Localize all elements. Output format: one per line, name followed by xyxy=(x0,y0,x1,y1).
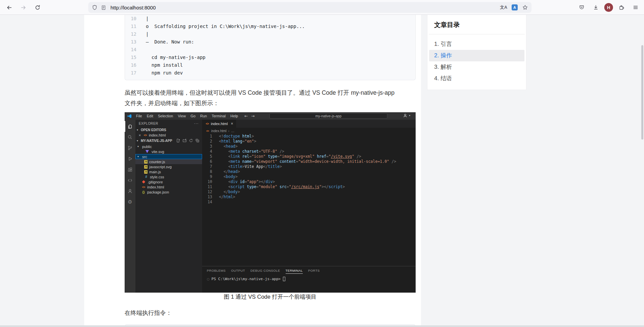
run-debug-icon[interactable] xyxy=(125,153,135,164)
forward-icon xyxy=(21,5,26,10)
account-icon[interactable] xyxy=(125,186,135,197)
terminal-output-line: 10| xyxy=(125,15,415,23)
file-index.html[interactable]: <>index.html xyxy=(135,184,202,189)
panel-tab-debug-console[interactable]: DEBUG CONSOLE xyxy=(250,269,280,274)
menu-item-terminal[interactable]: Terminal xyxy=(210,114,228,118)
vertical-scrollbar[interactable] xyxy=(641,15,644,327)
line-number: 13 xyxy=(202,195,212,200)
files-icon[interactable] xyxy=(125,121,135,132)
toc-item-1[interactable]: 1. 引言 xyxy=(429,38,524,50)
open-editors-section-header[interactable]: ▾ OPEN EDITORS xyxy=(135,127,202,132)
line-number: 5 xyxy=(202,154,212,159)
code-text: <!doctype html> xyxy=(212,134,254,139)
back-icon xyxy=(6,5,12,10)
reload-button[interactable] xyxy=(32,2,43,13)
menu-item-edit[interactable]: Edit xyxy=(144,114,156,118)
editor-back-icon[interactable]: ← xyxy=(245,114,248,118)
settings-icon[interactable]: ⚙ xyxy=(125,197,135,207)
menu-item-help[interactable]: Help xyxy=(228,114,240,118)
forward-button[interactable] xyxy=(18,2,29,13)
new-file-icon[interactable] xyxy=(176,139,180,143)
file-vite.svg[interactable]: vite.svg xyxy=(135,149,202,154)
js-file-icon: JS xyxy=(144,170,148,174)
code-line: 4 <meta charset="UTF-8" /> xyxy=(202,149,416,154)
html-file-icon: <> xyxy=(141,185,146,189)
translate-extension-icon[interactable]: A xyxy=(512,4,518,10)
figure-caption: 图 1 通过 VS Code 打开一个前端项目 xyxy=(125,293,416,301)
code-text: <link rel="icon" type="image/svg+xml" hr… xyxy=(212,154,361,159)
menu-item-view[interactable]: View xyxy=(175,114,188,118)
line-number: 2 xyxy=(202,139,212,144)
editor-forward-icon[interactable]: → xyxy=(251,114,255,118)
source-control-icon[interactable] xyxy=(125,143,135,153)
collapse-all-icon[interactable] xyxy=(195,139,199,143)
code-line: 2<html lang="en"> xyxy=(202,139,416,144)
bookmark-star-icon[interactable] xyxy=(522,4,528,10)
panel-tab-ports[interactable]: PORTS xyxy=(308,269,320,274)
code-editor-content[interactable]: 1<!doctype html>2<html lang="en">3 <head… xyxy=(202,134,416,205)
search-icon[interactable] xyxy=(125,132,135,143)
vscode-editor: <> index.html × <> index.html › … 1<!doc… xyxy=(202,120,416,266)
urlbar-action-icons: 文A A xyxy=(500,4,528,10)
code-text: <script type="module" src="/src/main.js"… xyxy=(212,184,345,189)
url-bar[interactable]: http://localhost:8000 文A A xyxy=(88,2,532,13)
vscode-menu-bar: FileEditSelectionViewGoRunTerminalHelp xyxy=(134,114,240,118)
project-section-header[interactable]: ▾ MY-NATIVE-JS-APP xyxy=(135,138,202,143)
breadcrumb[interactable]: <> index.html › … xyxy=(202,128,416,134)
file-style.css[interactable]: #style.css xyxy=(135,174,202,179)
terminal-text xyxy=(136,46,146,54)
back-button[interactable] xyxy=(3,2,15,13)
json-file-icon: {} xyxy=(141,190,146,194)
menu-item-go[interactable]: Go xyxy=(188,114,198,118)
line-number: 3 xyxy=(202,144,212,149)
extensions-puzzle-icon[interactable] xyxy=(616,2,627,13)
remote-icon[interactable] xyxy=(125,175,135,186)
extensions-icon[interactable] xyxy=(125,164,135,175)
toc-item-3[interactable]: 3. 解析 xyxy=(429,61,524,73)
menu-item-selection[interactable]: Selection xyxy=(156,114,175,118)
terminal-text: npm install xyxy=(136,61,183,69)
panel-tab-terminal[interactable]: TERMINAL xyxy=(286,269,303,274)
panel-tab-problems[interactable]: PROBLEMS xyxy=(207,269,226,274)
terminal-prompt-line[interactable]: ○ PS C:\Work\js\my-native-js-app> xyxy=(207,277,416,281)
open-editor-file-name: index.html xyxy=(149,133,166,137)
code-text: </head> xyxy=(212,169,240,174)
menu-item-run[interactable]: Run xyxy=(198,114,209,118)
html-file-icon: <> xyxy=(205,129,210,133)
file-javascript.svg[interactable]: JSjavascript.svg xyxy=(135,164,202,169)
toc-card: 文章目录 1. 引言2. 操作3. 解析4. 结语 xyxy=(427,13,526,90)
toc-item-4[interactable]: 4. 结语 xyxy=(429,73,524,84)
tab-index-html[interactable]: <> index.html × xyxy=(202,120,236,128)
code-text: <html lang="en"> xyxy=(212,139,256,144)
downloads-icon[interactable] xyxy=(590,2,602,13)
toc-item-2[interactable]: 2. 操作 xyxy=(429,50,524,61)
refresh-icon[interactable] xyxy=(189,139,193,143)
panel-tab-output[interactable]: OUTPUT xyxy=(231,269,245,274)
folder-public[interactable]: ▾public xyxy=(135,144,202,149)
new-folder-icon[interactable] xyxy=(183,139,187,143)
file-.gitignore[interactable]: .gitignore xyxy=(135,179,202,184)
file-name: counter.js xyxy=(149,160,165,164)
menu-item-file[interactable]: File xyxy=(134,114,144,118)
vscode-titlebar: FileEditSelectionViewGoRunTerminalHelp ←… xyxy=(125,112,416,120)
explorer-more-icon[interactable]: ··· xyxy=(194,121,199,125)
profile-avatar[interactable]: H xyxy=(604,3,613,12)
scrollbar-thumb[interactable] xyxy=(641,45,643,140)
css-file-icon: # xyxy=(144,175,148,179)
menu-hamburger-icon[interactable] xyxy=(630,2,641,13)
open-editor-item[interactable]: × <> index.html xyxy=(135,132,202,138)
pocket-icon[interactable] xyxy=(576,2,587,13)
file-main.js[interactable]: JSmain.js xyxy=(135,169,202,174)
file-package.json[interactable]: {}package.json xyxy=(135,189,202,195)
vscode-search-box[interactable]: my-native-js-app xyxy=(269,113,387,119)
translate-icon[interactable]: 文A xyxy=(500,5,507,10)
terminal-prompt: PS C:\Work\js\my-native-js-app> xyxy=(212,277,281,281)
editor-tab-bar: <> index.html × xyxy=(202,120,416,128)
folder-src[interactable]: ▾src xyxy=(135,154,202,159)
close-icon[interactable]: × xyxy=(231,121,233,126)
file-counter.js[interactable]: JScounter.js xyxy=(135,159,202,164)
close-icon[interactable]: × xyxy=(138,133,141,137)
shield-icon[interactable] xyxy=(92,4,98,10)
page-info-icon[interactable] xyxy=(100,4,106,10)
vscode-account-icon[interactable] xyxy=(403,113,408,118)
